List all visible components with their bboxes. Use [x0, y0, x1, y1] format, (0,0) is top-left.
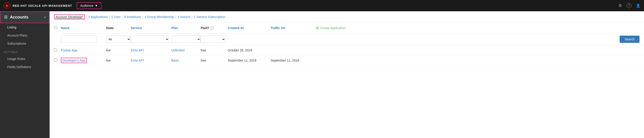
user-link[interactable]: 1 User [111, 15, 120, 19]
row-1-created: October 26, 2018 [228, 48, 270, 52]
sidebar-item-listing[interactable]: Listing [0, 23, 50, 31]
row-1-checkbox[interactable] [54, 48, 57, 52]
logo-icon: R [4, 2, 10, 9]
svg-text:R: R [6, 5, 8, 7]
audience-label: Audience [80, 4, 93, 8]
row-1-service-link[interactable]: Echo API [131, 48, 144, 52]
sidebar-item-usage-rules[interactable]: Usage Rules [0, 55, 50, 63]
service-filter-select[interactable] [131, 36, 169, 43]
gear-icon[interactable]: ⚙ [618, 3, 622, 8]
user-icon[interactable]: 👤 [636, 4, 640, 8]
sidebar-item-accounts[interactable]: Accounts ▾ [0, 11, 50, 23]
content-area: Account 'Developer' | 2 Applications | 1… [50, 11, 644, 138]
table-header: Name State Service Plan Paid? ? Created … [50, 23, 644, 33]
row-2-paid: free [201, 59, 228, 62]
table-row: Foobar App live Echo API Unlimited free … [50, 45, 644, 56]
sep-3: | [142, 15, 143, 19]
name-filter-input[interactable] [61, 36, 97, 43]
col-created-header: Created At [228, 26, 270, 30]
applications-link[interactable]: 2 Applications [88, 15, 108, 19]
row-1-state: live [106, 48, 131, 52]
audience-button[interactable]: Audience ▼ [77, 2, 102, 9]
plan-filter-select[interactable] [171, 36, 201, 43]
col-paid-header: Paid? ? [201, 26, 228, 30]
create-application-area: ⊕ Create Application [316, 26, 640, 30]
create-app-label: Create Application [320, 26, 346, 30]
invitations-link[interactable]: 0 Invitations [124, 15, 141, 19]
logo-text: RED HAT 3SCALE API MANAGEMENT [13, 4, 72, 8]
accounts-icon [4, 15, 8, 20]
sep-4: | [176, 15, 176, 19]
breadcrumb: Account 'Developer' | 2 Applications | 1… [50, 11, 644, 23]
col-service-header: Service [131, 26, 171, 30]
row-1-plan-link[interactable]: Unlimited [171, 48, 184, 52]
col-plan-header: Plan [171, 26, 201, 30]
developers-app-link[interactable]: Developer's App [61, 58, 86, 63]
foobar-app-link[interactable]: Foobar App [61, 48, 77, 52]
paid-help-icon[interactable]: ? [210, 26, 214, 30]
sidebar-item-fields-definitions[interactable]: Fields Definitions [0, 63, 50, 71]
nav-icons: ⚙ ? 👤 [618, 3, 640, 8]
row-2-service-link[interactable]: Echo API [131, 59, 144, 62]
service-subscription-link[interactable]: 1 Service Subscription [194, 15, 225, 19]
create-application-button[interactable]: ⊕ Create Application [316, 26, 640, 30]
settings-label: Settings [0, 48, 50, 55]
accounts-label: Accounts [10, 15, 28, 20]
row-2-traffic: September 11, 2018 [270, 59, 316, 62]
invoice-link[interactable]: 1 Invoice [178, 15, 190, 19]
top-nav: R RED HAT 3SCALE API MANAGEMENT Audience… [0, 0, 644, 11]
chevron-down-icon: ▼ [95, 4, 98, 8]
filter-row: All Search [50, 33, 644, 45]
sep-5: | [192, 15, 192, 19]
row-2-created: September 11, 2018 [228, 59, 270, 62]
row-2-checkbox[interactable] [54, 59, 57, 62]
row-2-state: live [106, 59, 131, 62]
col-name-header: Name [61, 26, 106, 30]
table-row: Developer's App live Echo API Basic free… [50, 56, 644, 66]
main-layout: Accounts ▾ Listing Account Plans Subscri… [0, 11, 644, 138]
header-checkbox-col [54, 26, 61, 30]
row-1-paid: free [201, 48, 228, 52]
paid-filter-select[interactable] [201, 36, 226, 43]
accounts-section: Accounts ▾ Listing Account Plans Subscri… [0, 11, 50, 48]
svg-rect-4 [4, 18, 8, 18]
sidebar: Accounts ▾ Listing Account Plans Subscri… [0, 11, 50, 138]
sep-2: | [122, 15, 123, 19]
state-filter-select[interactable]: All [106, 36, 131, 43]
plus-icon: ⊕ [316, 26, 319, 30]
sidebar-item-subscriptions[interactable]: Subscriptions [0, 40, 50, 48]
svg-rect-3 [4, 17, 8, 17]
logo: R RED HAT 3SCALE API MANAGEMENT [4, 2, 72, 9]
group-membership-link[interactable]: 1 Group Membership [144, 15, 174, 19]
sep-1: | [109, 15, 110, 19]
row-2-plan-link[interactable]: Basic [171, 59, 179, 62]
sep-0: | [86, 15, 87, 19]
search-button[interactable]: Search [620, 36, 640, 43]
chevron-icon: ▾ [44, 16, 46, 19]
svg-rect-2 [4, 16, 8, 16]
select-all-checkbox[interactable] [54, 26, 57, 29]
sidebar-item-account-plans[interactable]: Account Plans [0, 31, 50, 40]
account-developer-link[interactable]: Account 'Developer' [54, 14, 85, 20]
col-state-header: State [106, 26, 131, 30]
help-icon[interactable]: ? [626, 3, 631, 8]
col-traffic-header: Traffic On [270, 26, 316, 30]
